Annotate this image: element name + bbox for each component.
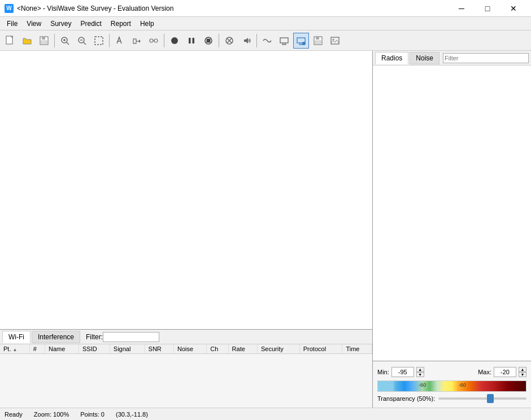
toolbar [0, 30, 531, 51]
pause-button[interactable] [184, 33, 199, 49]
right-filter-input[interactable] [443, 53, 529, 63]
tool2-button[interactable] [129, 33, 145, 49]
max-spin-up[interactable]: ▲ [519, 367, 526, 372]
audio-button[interactable] [238, 33, 254, 49]
close-button[interactable]: ✕ [500, 0, 526, 17]
menu-help[interactable]: Help [136, 18, 159, 30]
col-snr[interactable]: SNR [145, 344, 173, 354]
toolbar-sep-1 [54, 34, 55, 47]
svg-point-40 [333, 38, 334, 40]
select-icon [94, 36, 104, 46]
tab-wifi[interactable]: Wi-Fi [2, 331, 31, 343]
select-button[interactable] [91, 33, 107, 49]
stop-icon [203, 36, 214, 46]
right-top: Radios Noise [373, 51, 531, 361]
data-table-container[interactable]: Pt. ▲ # Name SSID Signal SNR Noise Ch Ra… [0, 344, 372, 354]
main-container: Wi-Fi Interference Filter: Pt. ▲ # Name … [0, 51, 531, 420]
tab-noise[interactable]: Noise [410, 52, 439, 64]
statusbar: Ready Zoom: 100% Points: 0 (30.3,-11.8) [0, 408, 531, 420]
menubar: File View Survey Predict Report Help [0, 17, 531, 30]
svg-rect-3 [41, 41, 47, 43]
save-button[interactable] [36, 33, 52, 49]
max-input[interactable] [494, 367, 516, 377]
zoom-in-button[interactable] [57, 33, 73, 49]
col-time[interactable]: Time [342, 344, 372, 354]
max-spin-down[interactable]: ▼ [519, 372, 526, 377]
zoom-in-icon [60, 36, 70, 46]
toolbar-sep-2 [109, 34, 110, 47]
filter-input[interactable] [103, 332, 159, 342]
open-button[interactable] [19, 33, 35, 49]
audio-icon [241, 36, 251, 46]
svg-rect-39 [331, 37, 339, 44]
svg-point-35 [302, 42, 306, 45]
min-input[interactable] [391, 367, 414, 377]
left-panel: Wi-Fi Interference Filter: Pt. ▲ # Name … [0, 51, 373, 420]
stop-button[interactable] [201, 33, 216, 49]
max-spin-btns: ▲ ▼ [519, 367, 526, 377]
right-tabs: Radios Noise [373, 51, 531, 65]
new-icon [5, 36, 15, 46]
save2-button[interactable] [310, 33, 326, 49]
radios-list[interactable] [373, 65, 531, 361]
image-button[interactable] [327, 33, 343, 49]
col-rate[interactable]: Rate [228, 344, 257, 354]
color-bar-label-minus60b: -60 [459, 382, 466, 388]
transparency-thumb[interactable] [487, 394, 494, 403]
tool-display-icon [279, 36, 289, 46]
sort-arrow: ▲ [13, 347, 18, 352]
col-noise[interactable]: Noise [173, 344, 206, 354]
menu-report[interactable]: Report [106, 18, 136, 30]
tab-radios[interactable]: Radios [375, 52, 408, 64]
col-ssid[interactable]: SSID [79, 344, 110, 354]
titlebar-controls: ─ □ ✕ [449, 0, 526, 17]
svg-rect-27 [280, 38, 288, 43]
col-pt[interactable]: Pt. ▲ [0, 344, 29, 354]
status-coords: (30.3,-11.8) [116, 411, 148, 418]
color-bar-label-minus60: -60 [419, 382, 426, 388]
tool-display-button[interactable] [276, 33, 292, 49]
toolbar-sep-4 [219, 34, 219, 47]
max-label: Max: [478, 369, 491, 375]
col-name[interactable]: Name [45, 344, 79, 354]
col-signal[interactable]: Signal [110, 344, 145, 354]
svg-rect-38 [315, 41, 321, 43]
tool-wave-button[interactable] [259, 33, 275, 49]
min-spin-down[interactable]: ▼ [416, 372, 424, 377]
maximize-button[interactable]: □ [475, 0, 500, 17]
transparency-label: Transparency (50%): [377, 395, 435, 402]
col-ch[interactable]: Ch [207, 344, 228, 354]
status-zoom: Zoom: 100% [34, 411, 69, 418]
survey-point-icon [115, 36, 125, 46]
map-area[interactable] [0, 51, 372, 330]
tab-interference[interactable]: Interference [32, 331, 80, 343]
transparency-slider[interactable] [438, 397, 526, 400]
menu-view[interactable]: View [22, 18, 46, 30]
record-button[interactable] [167, 33, 182, 49]
menu-file[interactable]: File [2, 18, 22, 30]
tool3-button[interactable] [146, 33, 162, 49]
menu-predict[interactable]: Predict [76, 18, 106, 30]
svg-marker-15 [139, 40, 141, 43]
filter-label: Filter: [86, 333, 103, 341]
col-security[interactable]: Security [257, 344, 299, 354]
zoom-out-button[interactable] [74, 33, 90, 49]
display-active-button[interactable] [293, 33, 309, 49]
col-num[interactable]: # [29, 344, 45, 354]
data-table: Pt. ▲ # Name SSID Signal SNR Noise Ch Ra… [0, 344, 372, 354]
minimize-button[interactable]: ─ [449, 0, 475, 17]
new-button[interactable] [2, 33, 18, 49]
menu-survey[interactable]: Survey [46, 18, 76, 30]
svg-line-9 [84, 42, 86, 45]
export-button[interactable] [221, 33, 237, 49]
survey-point-button[interactable] [112, 33, 128, 49]
min-spin-up[interactable]: ▲ [416, 367, 424, 372]
display-active-icon [296, 36, 306, 46]
record-icon [169, 36, 180, 46]
zoom-out-icon [77, 36, 87, 46]
min-label: Min: [377, 369, 389, 375]
save-icon [39, 36, 49, 46]
col-protocol[interactable]: Protocol [299, 344, 342, 354]
svg-rect-13 [133, 39, 136, 43]
min-max-row: Min: ▲ ▼ Max: ▲ ▼ [377, 367, 526, 377]
